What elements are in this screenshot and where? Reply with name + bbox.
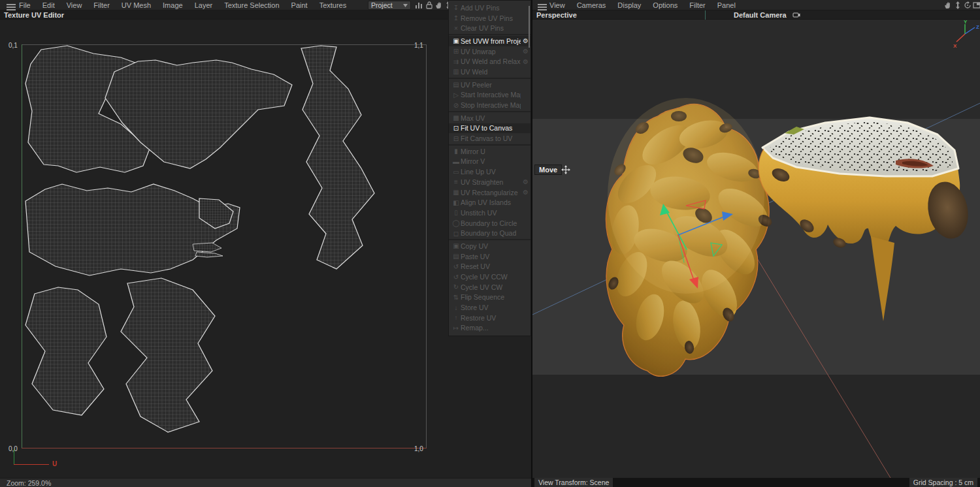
- peeler-icon: ▤: [451, 81, 461, 88]
- uv-menu-item-restore-uv: ↑Restore UV: [449, 313, 531, 323]
- histogram-icon[interactable]: [414, 1, 423, 10]
- move-cursor-icon: [561, 165, 570, 174]
- uv-islands[interactable]: [25, 46, 374, 432]
- menu-image[interactable]: Image: [157, 0, 189, 10]
- uv-menu-group: ▣Set UVW from Projection⚙⊞UV Unwrap⚙⇉UV …: [449, 35, 531, 79]
- weld-icon: ▥: [451, 68, 461, 75]
- uv-menu-item-set-uvw-from-projection[interactable]: ▣Set UVW from Projection⚙: [449, 36, 531, 46]
- menu-texture-selection[interactable]: Texture Selection: [218, 0, 285, 10]
- viewport-rotate-icon[interactable]: [963, 1, 972, 10]
- gear-icon[interactable]: ⚙: [521, 37, 529, 44]
- viewport-menu-view[interactable]: View: [544, 0, 571, 10]
- uv-menu-item-uv-straighten: ≡UV Straighten⚙: [449, 177, 531, 187]
- project-dropdown-label: Project: [371, 1, 393, 9]
- viewport-menu-cameras[interactable]: Cameras: [571, 0, 612, 10]
- view-transform-label: View Transform: Scene: [534, 478, 613, 487]
- uv-corner-top-right: 1,1: [414, 42, 423, 49]
- uv-menu-item-label: Mirror V: [461, 157, 521, 165]
- chevron-down-icon: [403, 4, 408, 7]
- viewport-menu-display[interactable]: Display: [612, 0, 647, 10]
- project-dropdown[interactable]: Project: [368, 1, 411, 10]
- uv-menu-item-label: Boundary to Quad: [461, 229, 521, 237]
- uv-menu-item-label: Stop Interactive Mapping: [461, 101, 521, 109]
- menu-edit[interactable]: Edit: [37, 0, 61, 10]
- 3d-viewport[interactable]: Y Z X Move: [532, 20, 980, 478]
- uv-menu-item-fit-uv-to-canvas[interactable]: ⊡Fit UV to Canvas: [449, 123, 531, 134]
- menu-view[interactable]: View: [61, 0, 88, 10]
- uv-menu-item-label: UV Straighten: [461, 178, 521, 186]
- pin-add-icon: ↧: [451, 4, 461, 11]
- uv-editor-title: Texture UV Editor: [4, 11, 64, 19]
- uv-menu-item-label: Restore UV: [461, 314, 521, 322]
- pin-remove-icon: ↥: [451, 14, 461, 22]
- menu-scrollbar[interactable]: [529, 6, 530, 48]
- uv-island: [25, 184, 240, 275]
- gear-icon[interactable]: ⚙: [521, 178, 529, 185]
- uv-menu-item-label: Fit Canvas to UV: [461, 134, 521, 142]
- uv-menu-item-max-uv: ▩Max UV: [449, 113, 531, 123]
- uv-menu-item-mirror-u: ▮Mirror U: [449, 146, 531, 157]
- viewport-menu-panel[interactable]: Panel: [711, 0, 742, 10]
- unwrap-icon: ⊞: [451, 48, 461, 55]
- restore-icon: ↑: [451, 314, 461, 321]
- uv-menu-item-label: UV Weld: [461, 68, 521, 76]
- uv-menu-item-remove-uv-pins: ↥Remove UV Pins: [449, 13, 531, 24]
- remap-icon: ↦: [451, 324, 461, 332]
- viewport-menu-filter[interactable]: Filter: [683, 0, 711, 10]
- maximize-frame-icon[interactable]: [972, 1, 980, 10]
- uv-menu-item-uv-peeler: ▤UV Peeler: [449, 80, 531, 90]
- grid-spacing-label: Grid Spacing : 5 cm: [909, 478, 977, 487]
- uv-command-menu: ↧Add UV Pins↥Remove UV Pins×Clear UV Pin…: [448, 0, 531, 336]
- fit-canvas-icon: ⊟: [451, 135, 461, 142]
- boundary-quad-icon: ◻: [451, 230, 461, 237]
- uv-editor-menubar: FileEditViewFilterUV MeshImageLayerTextu…: [13, 0, 352, 10]
- mirror-u-icon: ▮: [451, 148, 461, 155]
- uv-menu-item-label: Line Up UV: [461, 168, 521, 176]
- uv-menu-item-label: Start Interactive Mapping: [461, 91, 521, 99]
- lock-icon[interactable]: [425, 1, 434, 10]
- uv-axis-widget-v: [14, 449, 14, 465]
- uv-menu-group: ▮Mirror U▬Mirror V▭Line Up UV≡UV Straigh…: [449, 146, 531, 240]
- viewport-camera-label[interactable]: Default Camera: [734, 11, 787, 19]
- straighten-icon: ≡: [451, 178, 461, 185]
- axis-x-label: X: [953, 43, 957, 49]
- menu-filter[interactable]: Filter: [88, 0, 115, 10]
- cycle-ccw-icon: ↺: [451, 274, 461, 281]
- viewport-menu-options[interactable]: Options: [647, 0, 683, 10]
- menu-uv-mesh[interactable]: UV Mesh: [116, 0, 157, 10]
- uv-menu-item-add-uv-pins: ↧Add UV Pins: [449, 3, 531, 13]
- gear-icon[interactable]: ⚙: [521, 58, 529, 65]
- uv-menu-item-cycle-uv-ccw: ↺Cycle UV CCW: [449, 272, 531, 282]
- menu-layer[interactable]: Layer: [189, 0, 219, 10]
- uv-menu-item-boundary-to-circle: ◯Boundary to Circle: [449, 218, 531, 228]
- store-icon: ↓: [451, 304, 461, 311]
- uv-axis-u-label: U: [52, 460, 57, 467]
- viewport-view-label[interactable]: Perspective: [536, 11, 577, 19]
- uv-menu-item-label: Remove UV Pins: [461, 14, 521, 22]
- uv-menu-item-align-uv-islands: ◧Align UV Islands: [449, 197, 531, 208]
- uv-canvas[interactable]: [22, 44, 427, 448]
- unstitch-icon: ▯: [451, 209, 461, 216]
- uv-island: [193, 243, 221, 252]
- application-window: FileEditViewFilterUV MeshImageLayerTextu…: [0, 0, 980, 487]
- uv-menu-item-label: Store UV: [461, 304, 521, 311]
- uv-menu-item-remap: ↦Remap...: [449, 323, 531, 334]
- uv-menu-item-start-interactive-mapping: ▷Start Interactive Mapping: [449, 90, 531, 101]
- play-icon: ▷: [451, 91, 461, 99]
- uv-menu-group: ↧Add UV Pins↥Remove UV Pins×Clear UV Pin…: [449, 2, 531, 35]
- hand-icon[interactable]: [434, 1, 444, 10]
- paste-icon: ▤: [451, 253, 461, 260]
- viewport-zoom-icon[interactable]: [953, 1, 962, 10]
- camera-icon[interactable]: [792, 12, 800, 18]
- uv-menu-item-uv-weld: ▥UV Weld: [449, 67, 531, 77]
- uv-menu-group: ▤UV Peeler▷Start Interactive Mapping⊘Sto…: [449, 79, 531, 112]
- uv-island: [121, 278, 215, 432]
- panel-divider[interactable]: [531, 0, 532, 487]
- gear-icon[interactable]: ⚙: [521, 48, 529, 55]
- menu-textures[interactable]: Textures: [314, 0, 353, 10]
- viewport-hand-icon[interactable]: [943, 1, 953, 10]
- uv-menu-item-mirror-v: ▬Mirror V: [449, 157, 531, 167]
- gear-icon[interactable]: ⚙: [521, 189, 529, 196]
- menu-paint[interactable]: Paint: [286, 0, 314, 10]
- menu-file[interactable]: File: [13, 0, 37, 10]
